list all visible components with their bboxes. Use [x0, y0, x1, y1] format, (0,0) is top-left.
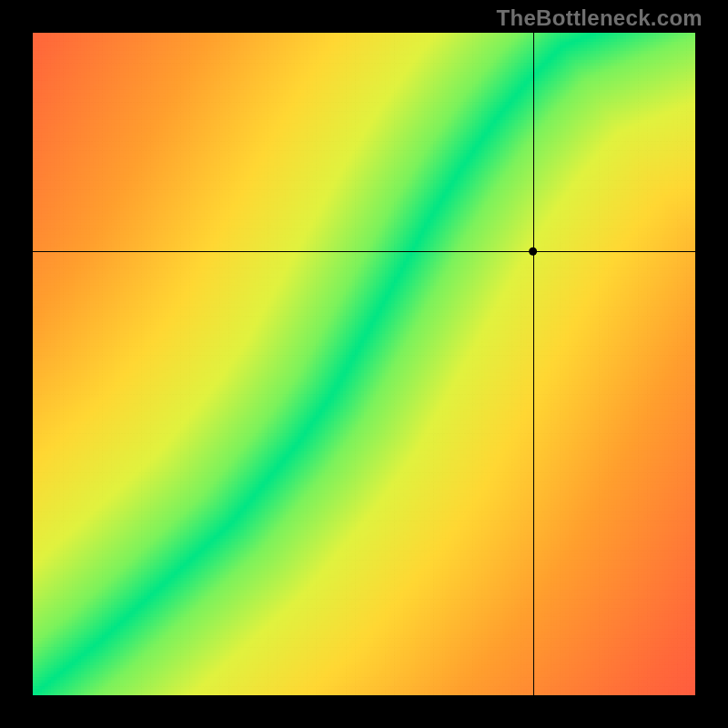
bottleneck-heatmap [33, 33, 695, 695]
watermark-text: TheBottleneck.com [497, 5, 703, 31]
chart-container: TheBottleneck.com [0, 0, 728, 728]
